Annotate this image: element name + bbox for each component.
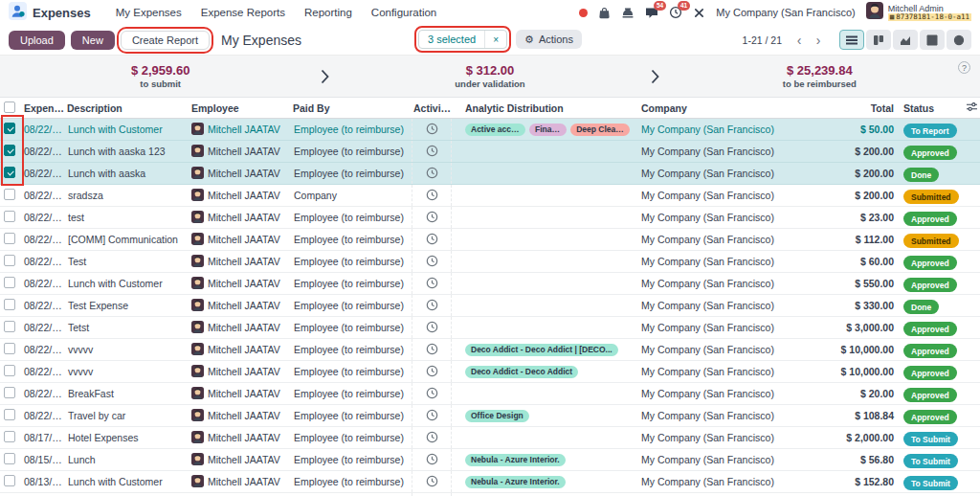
activity-clock-icon[interactable] xyxy=(426,255,438,269)
pivot-view-icon[interactable] xyxy=(920,30,945,50)
activity-clock-icon[interactable] xyxy=(426,409,438,423)
row-checkbox[interactable] xyxy=(4,409,15,420)
activity-clock-icon[interactable] xyxy=(426,145,438,159)
activity-clock-icon[interactable] xyxy=(426,387,438,401)
row-checkbox[interactable] xyxy=(4,189,15,200)
clear-selection-icon[interactable]: × xyxy=(484,31,506,48)
select-all-checkbox[interactable] xyxy=(4,101,15,113)
table-row[interactable]: 08/22/2025 test Mitchell JAATAV Employee… xyxy=(0,207,980,229)
row-checkbox[interactable] xyxy=(4,365,15,376)
row-checkbox[interactable] xyxy=(4,123,15,134)
clock-icon[interactable]: 41 xyxy=(669,6,682,19)
user-menu[interactable]: Mitchell Admin ▦87378181-18-0-a11 xyxy=(866,2,971,23)
table-row[interactable]: 08/22/2025 Lunch with aaska 123 Mitchell… xyxy=(0,141,980,163)
pager-prev-button[interactable]: ‹ xyxy=(790,31,809,50)
header-employee[interactable]: Employee xyxy=(188,102,293,114)
bag-icon[interactable] xyxy=(598,7,611,19)
table-row[interactable]: 08/15/2025 Lunch Mitchell JAATAV Employe… xyxy=(0,449,980,471)
new-button[interactable]: New xyxy=(71,31,115,50)
header-paid-by[interactable]: Paid By xyxy=(293,102,412,114)
activity-view-icon[interactable] xyxy=(947,30,971,50)
header-description[interactable]: Description xyxy=(67,102,188,114)
table-row[interactable]: 08/22/2025 vvvvv Mitchell JAATAV Employe… xyxy=(0,361,980,383)
activity-clock-icon[interactable] xyxy=(426,123,438,137)
activity-clock-icon[interactable] xyxy=(426,453,438,467)
activity-clock-icon[interactable] xyxy=(426,475,438,489)
recording-dot[interactable] xyxy=(579,9,588,17)
table-row[interactable]: 08/22/2025 sradsza Mitchell JAATAV Compa… xyxy=(0,185,980,207)
kanban-view-icon[interactable] xyxy=(866,30,891,50)
table-row[interactable]: 08/22/2025 [COMM] Communication Mitchell… xyxy=(0,229,980,251)
row-checkbox[interactable] xyxy=(4,255,15,266)
employee-name: Mitchell JAATAV xyxy=(208,388,280,399)
table-row[interactable]: 08/22/2025 Tetst Mitchell JAATAV Employe… xyxy=(0,317,980,339)
menu-reporting[interactable]: Reporting xyxy=(295,7,362,18)
row-checkbox[interactable] xyxy=(4,475,15,486)
row-checkbox[interactable] xyxy=(4,453,15,464)
table-row[interactable]: 08/22/2025 Lunch with Customer Mitchell … xyxy=(0,119,980,141)
pager-next-button[interactable]: › xyxy=(809,31,828,50)
menu-expense-reports[interactable]: Expense Reports xyxy=(191,7,295,18)
menu-configuration[interactable]: Configuration xyxy=(362,7,446,18)
activity-clock-icon[interactable] xyxy=(426,167,438,181)
top-nav-bar: Expenses My Expenses Expense Reports Rep… xyxy=(0,0,980,25)
table-row[interactable]: 08/22/2025 BreakFast Mitchell JAATAV Emp… xyxy=(0,383,980,405)
company-selector[interactable]: My Company (San Francisco) xyxy=(716,7,856,18)
create-report-button[interactable]: Create Report xyxy=(121,31,210,50)
header-activities[interactable]: Activities xyxy=(412,102,452,114)
header-company[interactable]: Company xyxy=(634,102,840,114)
table-row[interactable]: 08/22/2025 Lunch with Customer Mitchell … xyxy=(0,273,980,295)
row-checkbox[interactable] xyxy=(4,343,15,354)
header-status[interactable]: Status xyxy=(900,102,967,114)
header-total[interactable]: Total xyxy=(840,102,900,114)
row-checkbox[interactable] xyxy=(4,211,15,222)
activity-clock-icon[interactable] xyxy=(426,211,438,225)
activity-clock-icon[interactable] xyxy=(426,189,438,203)
table-row[interactable]: 08/17/2025 Hotel Expenses Mitchell JAATA… xyxy=(0,427,980,449)
row-checkbox[interactable] xyxy=(4,277,15,288)
table-row[interactable]: 08/22/2025 Lunch with aaska Mitchell JAA… xyxy=(0,163,980,185)
table-row[interactable]: 08/22/2025 Test Expense Mitchell JAATAV … xyxy=(0,295,980,317)
expense-date: 08/22/2025 xyxy=(19,278,67,289)
table-row[interactable]: 08/22/2025 vvvvv Mitchell JAATAV Employe… xyxy=(0,339,980,361)
table-row[interactable]: 08/22/2025 Test Mitchell JAATAV Employee… xyxy=(0,251,980,273)
tools-icon[interactable] xyxy=(693,7,705,19)
kpi-to-submit[interactable]: $ 2,959.60 to submit xyxy=(0,63,321,89)
activity-clock-icon[interactable] xyxy=(426,321,438,335)
header-analytic-distribution[interactable]: Analytic Distribution xyxy=(452,102,634,114)
optional-columns-icon[interactable] xyxy=(967,101,980,114)
activity-clock-icon[interactable] xyxy=(426,431,438,445)
app-switcher[interactable]: Expenses xyxy=(9,2,91,24)
row-checkbox[interactable] xyxy=(4,299,15,310)
activity-clock-icon[interactable] xyxy=(426,277,438,291)
table-row[interactable]: 08/13/2025 Lunch with Customer Mitchell … xyxy=(0,471,980,493)
phone-icon[interactable] xyxy=(621,6,635,19)
analytic-tag: Deco Addict - Deco Addict xyxy=(465,366,578,378)
kpi-under-validation[interactable]: $ 312.00 under validation xyxy=(329,63,650,89)
activity-clock-icon[interactable] xyxy=(426,343,438,357)
employee-avatar xyxy=(191,277,204,291)
upload-button[interactable]: Upload xyxy=(9,31,65,50)
row-checkbox[interactable] xyxy=(4,167,15,178)
row-checkbox[interactable] xyxy=(4,431,15,442)
row-checkbox[interactable] xyxy=(4,233,15,244)
expense-date: 08/22/2025 xyxy=(19,322,67,333)
activity-clock-icon[interactable] xyxy=(426,365,438,379)
expenses-app-icon[interactable] xyxy=(9,2,27,24)
row-checkbox[interactable] xyxy=(4,387,15,398)
row-checkbox[interactable] xyxy=(4,145,15,156)
activity-clock-icon[interactable] xyxy=(426,233,438,247)
employee-name: Mitchell JAATAV xyxy=(208,256,280,267)
row-checkbox[interactable] xyxy=(4,321,15,332)
actions-button[interactable]: ⚙ Actions xyxy=(516,30,582,49)
kpi-to-be-reimbursed[interactable]: $ 25,239.84 to be reimbursed xyxy=(659,63,980,89)
activity-clock-icon[interactable] xyxy=(426,299,438,313)
help-icon[interactable]: ? xyxy=(958,61,970,74)
chat-icon[interactable]: 54 xyxy=(645,6,658,19)
header-expense-date[interactable]: Expense ... xyxy=(19,102,67,114)
graph-view-icon[interactable] xyxy=(893,30,918,50)
menu-my-expenses[interactable]: My Expenses xyxy=(106,7,191,18)
expense-date: 08/22/2025 xyxy=(19,410,67,421)
list-view-icon[interactable] xyxy=(839,30,864,50)
table-row[interactable]: 08/22/2025 Travel by car Mitchell JAATAV… xyxy=(0,405,980,427)
